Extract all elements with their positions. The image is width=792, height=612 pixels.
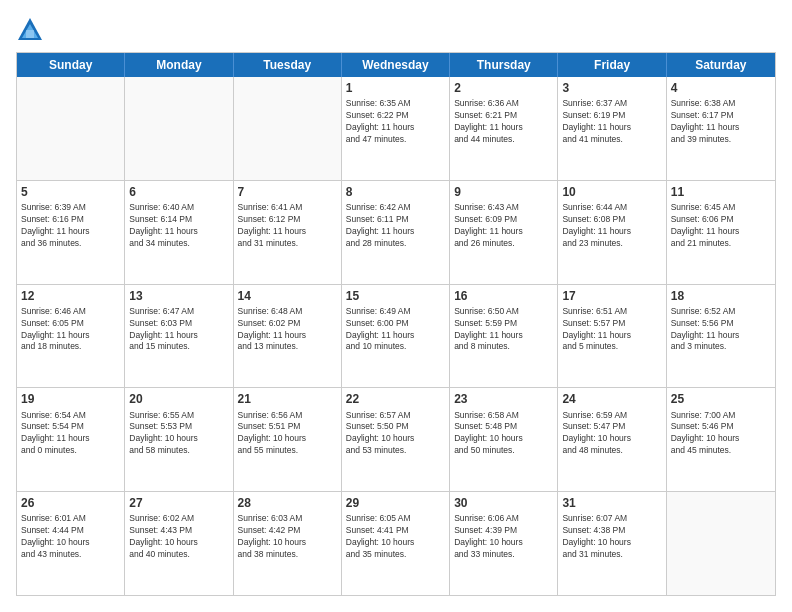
day-number: 22: [346, 391, 445, 407]
calendar-cell: 14Sunrise: 6:48 AM Sunset: 6:02 PM Dayli…: [234, 285, 342, 388]
day-number: 30: [454, 495, 553, 511]
cell-info: Sunrise: 6:50 AM Sunset: 5:59 PM Dayligh…: [454, 306, 553, 354]
cell-info: Sunrise: 6:35 AM Sunset: 6:22 PM Dayligh…: [346, 98, 445, 146]
calendar-cell: 25Sunrise: 7:00 AM Sunset: 5:46 PM Dayli…: [667, 388, 775, 491]
cell-info: Sunrise: 6:45 AM Sunset: 6:06 PM Dayligh…: [671, 202, 771, 250]
calendar-cell: 5Sunrise: 6:39 AM Sunset: 6:16 PM Daylig…: [17, 181, 125, 284]
day-number: 2: [454, 80, 553, 96]
day-number: 21: [238, 391, 337, 407]
cell-info: Sunrise: 6:41 AM Sunset: 6:12 PM Dayligh…: [238, 202, 337, 250]
day-number: 24: [562, 391, 661, 407]
cell-info: Sunrise: 6:36 AM Sunset: 6:21 PM Dayligh…: [454, 98, 553, 146]
day-number: 11: [671, 184, 771, 200]
day-number: 6: [129, 184, 228, 200]
cell-info: Sunrise: 6:40 AM Sunset: 6:14 PM Dayligh…: [129, 202, 228, 250]
day-number: 26: [21, 495, 120, 511]
day-number: 5: [21, 184, 120, 200]
cell-info: Sunrise: 6:01 AM Sunset: 4:44 PM Dayligh…: [21, 513, 120, 561]
calendar-cell: [234, 77, 342, 180]
cell-info: Sunrise: 6:43 AM Sunset: 6:09 PM Dayligh…: [454, 202, 553, 250]
cell-info: Sunrise: 6:47 AM Sunset: 6:03 PM Dayligh…: [129, 306, 228, 354]
day-number: 7: [238, 184, 337, 200]
day-number: 10: [562, 184, 661, 200]
weekday-header: Friday: [558, 53, 666, 77]
calendar-body: 1Sunrise: 6:35 AM Sunset: 6:22 PM Daylig…: [17, 77, 775, 595]
day-number: 18: [671, 288, 771, 304]
day-number: 20: [129, 391, 228, 407]
calendar-cell: 21Sunrise: 6:56 AM Sunset: 5:51 PM Dayli…: [234, 388, 342, 491]
day-number: 9: [454, 184, 553, 200]
cell-info: Sunrise: 6:44 AM Sunset: 6:08 PM Dayligh…: [562, 202, 661, 250]
weekday-header: Saturday: [667, 53, 775, 77]
calendar-cell: 18Sunrise: 6:52 AM Sunset: 5:56 PM Dayli…: [667, 285, 775, 388]
cell-info: Sunrise: 6:55 AM Sunset: 5:53 PM Dayligh…: [129, 410, 228, 458]
cell-info: Sunrise: 6:49 AM Sunset: 6:00 PM Dayligh…: [346, 306, 445, 354]
calendar-cell: 28Sunrise: 6:03 AM Sunset: 4:42 PM Dayli…: [234, 492, 342, 595]
day-number: 4: [671, 80, 771, 96]
cell-info: Sunrise: 6:48 AM Sunset: 6:02 PM Dayligh…: [238, 306, 337, 354]
calendar-cell: 9Sunrise: 6:43 AM Sunset: 6:09 PM Daylig…: [450, 181, 558, 284]
logo: [16, 16, 48, 44]
calendar-cell: 7Sunrise: 6:41 AM Sunset: 6:12 PM Daylig…: [234, 181, 342, 284]
cell-info: Sunrise: 6:07 AM Sunset: 4:38 PM Dayligh…: [562, 513, 661, 561]
calendar: SundayMondayTuesdayWednesdayThursdayFrid…: [16, 52, 776, 596]
calendar-cell: 24Sunrise: 6:59 AM Sunset: 5:47 PM Dayli…: [558, 388, 666, 491]
calendar-cell: 22Sunrise: 6:57 AM Sunset: 5:50 PM Dayli…: [342, 388, 450, 491]
weekday-header: Tuesday: [234, 53, 342, 77]
cell-info: Sunrise: 6:46 AM Sunset: 6:05 PM Dayligh…: [21, 306, 120, 354]
day-number: 17: [562, 288, 661, 304]
calendar-cell: 2Sunrise: 6:36 AM Sunset: 6:21 PM Daylig…: [450, 77, 558, 180]
calendar-cell: 4Sunrise: 6:38 AM Sunset: 6:17 PM Daylig…: [667, 77, 775, 180]
calendar-row: 19Sunrise: 6:54 AM Sunset: 5:54 PM Dayli…: [17, 388, 775, 492]
header: [16, 16, 776, 44]
calendar-cell: 10Sunrise: 6:44 AM Sunset: 6:08 PM Dayli…: [558, 181, 666, 284]
calendar-cell: 26Sunrise: 6:01 AM Sunset: 4:44 PM Dayli…: [17, 492, 125, 595]
calendar-cell: 16Sunrise: 6:50 AM Sunset: 5:59 PM Dayli…: [450, 285, 558, 388]
calendar-row: 5Sunrise: 6:39 AM Sunset: 6:16 PM Daylig…: [17, 181, 775, 285]
day-number: 1: [346, 80, 445, 96]
calendar-cell: 8Sunrise: 6:42 AM Sunset: 6:11 PM Daylig…: [342, 181, 450, 284]
cell-info: Sunrise: 6:05 AM Sunset: 4:41 PM Dayligh…: [346, 513, 445, 561]
calendar-cell: 17Sunrise: 6:51 AM Sunset: 5:57 PM Dayli…: [558, 285, 666, 388]
day-number: 25: [671, 391, 771, 407]
day-number: 27: [129, 495, 228, 511]
calendar-cell: [17, 77, 125, 180]
calendar-cell: 1Sunrise: 6:35 AM Sunset: 6:22 PM Daylig…: [342, 77, 450, 180]
page: SundayMondayTuesdayWednesdayThursdayFrid…: [0, 0, 792, 612]
cell-info: Sunrise: 7:00 AM Sunset: 5:46 PM Dayligh…: [671, 410, 771, 458]
calendar-row: 12Sunrise: 6:46 AM Sunset: 6:05 PM Dayli…: [17, 285, 775, 389]
weekday-header: Monday: [125, 53, 233, 77]
day-number: 31: [562, 495, 661, 511]
cell-info: Sunrise: 6:51 AM Sunset: 5:57 PM Dayligh…: [562, 306, 661, 354]
cell-info: Sunrise: 6:42 AM Sunset: 6:11 PM Dayligh…: [346, 202, 445, 250]
calendar-row: 26Sunrise: 6:01 AM Sunset: 4:44 PM Dayli…: [17, 492, 775, 595]
day-number: 14: [238, 288, 337, 304]
logo-icon: [16, 16, 44, 44]
calendar-cell: 11Sunrise: 6:45 AM Sunset: 6:06 PM Dayli…: [667, 181, 775, 284]
day-number: 15: [346, 288, 445, 304]
cell-info: Sunrise: 6:56 AM Sunset: 5:51 PM Dayligh…: [238, 410, 337, 458]
cell-info: Sunrise: 6:54 AM Sunset: 5:54 PM Dayligh…: [21, 410, 120, 458]
cell-info: Sunrise: 6:02 AM Sunset: 4:43 PM Dayligh…: [129, 513, 228, 561]
cell-info: Sunrise: 6:57 AM Sunset: 5:50 PM Dayligh…: [346, 410, 445, 458]
day-number: 29: [346, 495, 445, 511]
calendar-header: SundayMondayTuesdayWednesdayThursdayFrid…: [17, 53, 775, 77]
cell-info: Sunrise: 6:59 AM Sunset: 5:47 PM Dayligh…: [562, 410, 661, 458]
day-number: 19: [21, 391, 120, 407]
day-number: 8: [346, 184, 445, 200]
cell-info: Sunrise: 6:52 AM Sunset: 5:56 PM Dayligh…: [671, 306, 771, 354]
cell-info: Sunrise: 6:03 AM Sunset: 4:42 PM Dayligh…: [238, 513, 337, 561]
calendar-cell: 31Sunrise: 6:07 AM Sunset: 4:38 PM Dayli…: [558, 492, 666, 595]
weekday-header: Sunday: [17, 53, 125, 77]
weekday-header: Wednesday: [342, 53, 450, 77]
svg-rect-2: [26, 30, 34, 38]
day-number: 23: [454, 391, 553, 407]
calendar-cell: 15Sunrise: 6:49 AM Sunset: 6:00 PM Dayli…: [342, 285, 450, 388]
calendar-cell: 23Sunrise: 6:58 AM Sunset: 5:48 PM Dayli…: [450, 388, 558, 491]
cell-info: Sunrise: 6:58 AM Sunset: 5:48 PM Dayligh…: [454, 410, 553, 458]
calendar-cell: 20Sunrise: 6:55 AM Sunset: 5:53 PM Dayli…: [125, 388, 233, 491]
calendar-cell: 29Sunrise: 6:05 AM Sunset: 4:41 PM Dayli…: [342, 492, 450, 595]
calendar-cell: 30Sunrise: 6:06 AM Sunset: 4:39 PM Dayli…: [450, 492, 558, 595]
calendar-cell: 3Sunrise: 6:37 AM Sunset: 6:19 PM Daylig…: [558, 77, 666, 180]
calendar-cell: [667, 492, 775, 595]
